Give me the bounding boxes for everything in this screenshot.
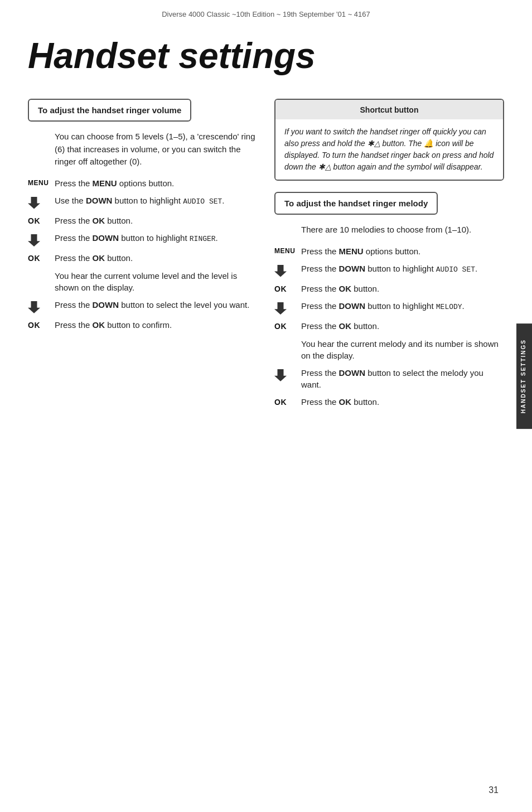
down-icon bbox=[274, 367, 301, 381]
list-item: OK Press the OK button. bbox=[28, 252, 258, 264]
shortcut-box: Shortcut button If you want to switch th… bbox=[274, 99, 504, 181]
step-text: You hear the current melody and its numb… bbox=[301, 338, 504, 361]
step-text: Press the MENU options button. bbox=[301, 245, 504, 257]
list-item: OK Press the OK button. bbox=[274, 396, 504, 408]
step-text: Press the DOWN button to highlight AUDIO… bbox=[301, 263, 504, 275]
sidebar-tab: HANDSET SETTINGS bbox=[516, 323, 532, 429]
list-item: MENU Press the MENU options button. bbox=[274, 245, 504, 257]
step-text: Press the OK button. bbox=[55, 215, 258, 226]
list-item: OK Press the OK button. bbox=[274, 283, 504, 295]
menu-label: MENU bbox=[28, 177, 55, 188]
ok-label: OK bbox=[28, 215, 55, 227]
ok-label: OK bbox=[274, 283, 301, 295]
page-title: Handset settings bbox=[0, 18, 532, 99]
ringer-volume-label: To adjust the handset ringer volume bbox=[38, 105, 181, 115]
list-item: Press the DOWN button to highlight MELOD… bbox=[274, 300, 504, 315]
sidebar-label: HANDSET SETTINGS bbox=[520, 339, 526, 413]
step-text: Press the OK button. bbox=[301, 320, 504, 332]
list-item: OK Press the OK button to confirm. bbox=[28, 319, 258, 331]
list-item: Press the DOWN button to select the melo… bbox=[274, 367, 504, 390]
arrow-icon bbox=[28, 301, 40, 313]
step-text: Press the DOWN button to highlight RINGE… bbox=[55, 232, 258, 244]
page-number: 31 bbox=[489, 785, 499, 795]
volume-steps-list: MENU Press the MENU options button. Use … bbox=[28, 177, 258, 331]
down-icon bbox=[28, 299, 55, 313]
step-text: Use the DOWN button to highlight AUDIO S… bbox=[55, 195, 258, 207]
list-item: Press the DOWN button to highlight RINGE… bbox=[28, 232, 258, 246]
left-column: To adjust the handset ringer volume You … bbox=[28, 99, 258, 413]
list-item: You hear the current melody and its numb… bbox=[274, 338, 504, 361]
step-text: Press the OK button. bbox=[301, 396, 504, 408]
list-item: OK Press the OK button. bbox=[28, 215, 258, 227]
down-icon bbox=[274, 263, 301, 277]
step-text: You hear the current volume level and th… bbox=[55, 270, 258, 293]
menu-label: MENU bbox=[274, 245, 301, 256]
page-header: Diverse 4000 Classic ~10th Edition ~ 19t… bbox=[0, 0, 532, 18]
ok-label: OK bbox=[274, 320, 301, 332]
header-text: Diverse 4000 Classic ~10th Edition ~ 19t… bbox=[162, 10, 370, 18]
melody-intro: There are 10 melodies to choose from (1–… bbox=[301, 224, 504, 236]
down-icon bbox=[28, 232, 55, 246]
list-item: MENU Press the MENU options button. bbox=[28, 177, 258, 189]
step-text: Press the OK button. bbox=[55, 252, 258, 264]
ringer-volume-box: To adjust the handset ringer volume bbox=[28, 99, 191, 122]
arrow-icon bbox=[28, 234, 40, 246]
step-text: Press the OK button. bbox=[301, 283, 504, 294]
empty-label bbox=[28, 270, 55, 271]
step-text: Press the DOWN button to select the melo… bbox=[301, 367, 504, 390]
ringer-melody-box: To adjust the handset ringer melody bbox=[274, 192, 438, 215]
arrow-icon bbox=[274, 265, 287, 277]
list-item: You hear the current volume level and th… bbox=[28, 270, 258, 293]
step-text: Press the MENU options button. bbox=[55, 177, 258, 189]
ok-label: OK bbox=[274, 396, 301, 408]
ringer-melody-section: To adjust the handset ringer melody Ther… bbox=[274, 192, 504, 413]
right-column: Shortcut button If you want to switch th… bbox=[274, 99, 504, 413]
ok-label: OK bbox=[28, 319, 55, 331]
volume-intro: You can choose from 5 levels (1–5), a 'c… bbox=[55, 130, 258, 168]
melody-steps-list: MENU Press the MENU options button. Pres… bbox=[274, 245, 504, 408]
shortcut-header: Shortcut button bbox=[275, 100, 503, 119]
step-text: Press the OK button to confirm. bbox=[55, 319, 258, 331]
arrow-icon bbox=[28, 197, 40, 209]
shortcut-body-text: If you want to switch the handset ringer… bbox=[275, 119, 503, 180]
step-text: Press the DOWN button to select the leve… bbox=[55, 299, 258, 311]
ok-label: OK bbox=[28, 252, 55, 264]
down-icon bbox=[28, 195, 55, 209]
empty-label bbox=[274, 338, 301, 339]
list-item: OK Press the OK button. bbox=[274, 320, 504, 332]
arrow-icon bbox=[274, 369, 287, 381]
list-item: Press the DOWN button to highlight AUDIO… bbox=[274, 263, 504, 277]
arrow-icon bbox=[274, 302, 287, 315]
list-item: Press the DOWN button to select the leve… bbox=[28, 299, 258, 313]
list-item: Use the DOWN button to highlight AUDIO S… bbox=[28, 195, 258, 209]
ringer-melody-label: To adjust the handset ringer melody bbox=[284, 199, 428, 208]
down-icon bbox=[274, 300, 301, 315]
step-text: Press the DOWN button to highlight MELOD… bbox=[301, 300, 504, 312]
